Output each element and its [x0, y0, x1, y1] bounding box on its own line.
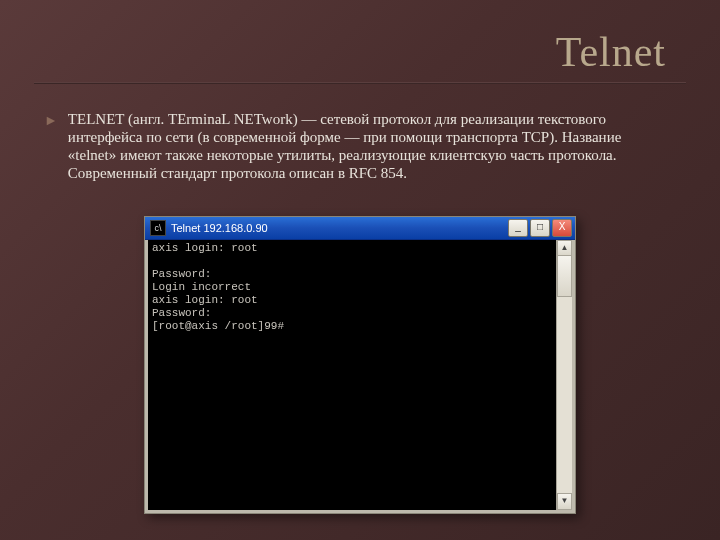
- body-text-block: ► TELNET (англ. TErminaL NETwork) — сете…: [44, 110, 670, 182]
- embedded-terminal-window: c\ Telnet 192.168.0.90 _ □ X axis login:…: [144, 216, 576, 514]
- scroll-thumb[interactable]: [557, 255, 572, 297]
- window-controls: _ □ X: [508, 219, 572, 237]
- maximize-button[interactable]: □: [530, 219, 550, 237]
- window-title: Telnet 192.168.0.90: [171, 222, 508, 234]
- app-icon: c\: [150, 220, 166, 236]
- bullet-icon: ►: [44, 112, 58, 130]
- window-titlebar: c\ Telnet 192.168.0.90 _ □ X: [145, 217, 575, 240]
- horizontal-rule: [34, 82, 686, 84]
- close-button[interactable]: X: [552, 219, 572, 237]
- vertical-scrollbar[interactable]: ▲ ▼: [556, 240, 572, 510]
- scroll-down-button[interactable]: ▼: [557, 493, 572, 510]
- description-paragraph: TELNET (англ. TErminaL NETwork) — сетево…: [68, 110, 670, 182]
- terminal-output[interactable]: axis login: root Password: Login incorre…: [148, 240, 572, 510]
- slide-title: Telnet: [556, 28, 666, 76]
- minimize-button[interactable]: _: [508, 219, 528, 237]
